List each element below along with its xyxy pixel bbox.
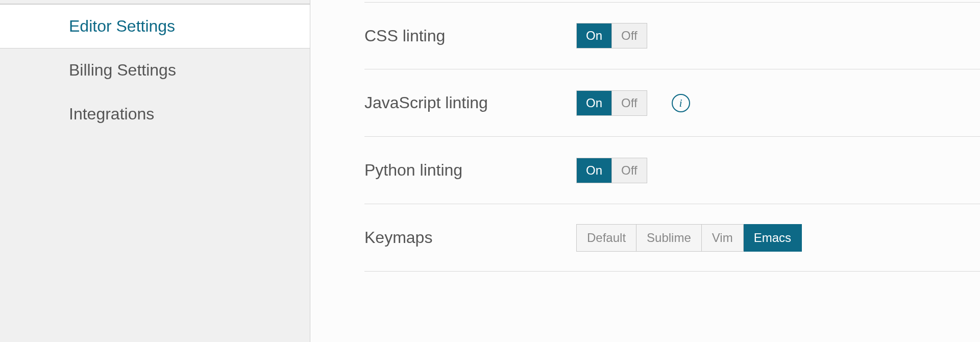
toggle-on-button[interactable]: On [577,158,611,183]
toggle-on-button[interactable]: On [577,91,611,115]
toggle-css-linting: On Off [576,23,647,48]
sidebar-item-label: Billing Settings [69,61,176,79]
toggle-off-button[interactable]: Off [611,158,647,183]
setting-label: CSS linting [364,27,576,45]
setting-label: JavaScript linting [364,93,576,112]
info-icon[interactable]: i [672,94,690,112]
sidebar-item-label: Editor Settings [69,17,175,35]
keymap-group: Default Sublime Vim Emacs [576,224,802,252]
setting-label: Keymaps [364,228,576,247]
toggle-js-linting: On Off [576,90,647,116]
setting-row-keymaps: Keymaps Default Sublime Vim Emacs [364,204,980,272]
toggle-python-linting: On Off [576,158,647,183]
info-glyph: i [679,97,682,109]
sidebar-top-divider [0,0,310,4]
toggle-off-button[interactable]: Off [611,91,647,115]
sidebar-item-integrations[interactable]: Integrations [0,92,310,136]
sidebar-item-billing-settings[interactable]: Billing Settings [0,48,310,92]
setting-row-python-linting: Python linting On Off [364,137,980,204]
setting-row-css-linting: CSS linting On Off [364,2,980,69]
keymap-option-vim[interactable]: Vim [702,224,744,252]
keymap-option-emacs[interactable]: Emacs [744,224,802,252]
sidebar: Editor Settings Billing Settings Integra… [0,0,310,342]
sidebar-item-editor-settings[interactable]: Editor Settings [0,4,310,48]
main-content: CSS linting On Off JavaScript linting On… [310,0,980,342]
keymap-option-sublime[interactable]: Sublime [636,224,702,252]
toggle-on-button[interactable]: On [577,23,611,48]
keymap-option-default[interactable]: Default [576,224,636,252]
toggle-off-button[interactable]: Off [611,23,647,48]
sidebar-item-label: Integrations [69,105,154,123]
setting-label: Python linting [364,161,576,180]
setting-row-js-linting: JavaScript linting On Off i [364,69,980,137]
